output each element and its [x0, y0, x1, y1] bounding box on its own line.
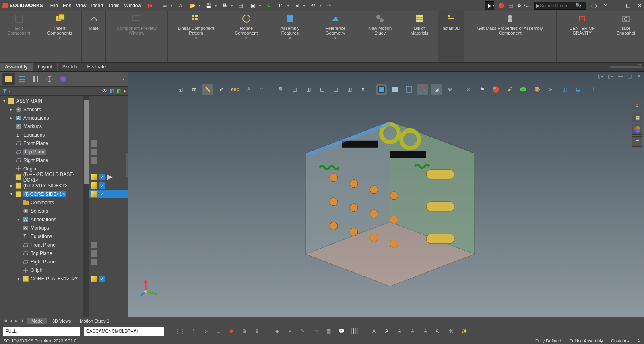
color-eye-icon[interactable]: [518, 84, 529, 95]
tree-row[interactable]: Front Plane: [2, 240, 89, 249]
tree-row[interactable]: ▸Sensors: [2, 105, 89, 114]
new-window-icon[interactable]: ◫: [559, 84, 570, 95]
ribbon-instant3d[interactable]: Instant3D: [438, 11, 464, 62]
bb-pen-icon[interactable]: ✎: [299, 327, 307, 335]
expand-icon[interactable]: ▸: [16, 217, 21, 222]
bb-az-icon[interactable]: A↓: [434, 327, 442, 335]
bb-a1-icon[interactable]: A: [370, 327, 378, 335]
bb-doc-b-icon[interactable]: 🗎: [253, 327, 261, 335]
config-combo[interactable]: FULL⌄: [3, 327, 80, 336]
print-icon[interactable]: 🖶: [221, 2, 229, 10]
tree-row[interactable]: Markups: [2, 122, 89, 131]
display-state-cell[interactable]: [89, 266, 128, 274]
hide-icon[interactable]: 👁: [102, 88, 107, 94]
ribbon-insert-components[interactable]: Insert Components▾: [38, 11, 82, 62]
save-all-icon[interactable]: 🖫: [293, 2, 301, 10]
tree-row[interactable]: Front Plane: [2, 139, 89, 147]
tree-row[interactable]: ▾(f) CORE SIDE<1>: [2, 190, 89, 198]
vp-next-icon[interactable]: ▯▸: [608, 73, 613, 79]
bb-sheet-icon[interactable]: ▭: [312, 327, 320, 335]
tree-row[interactable]: Origin: [2, 266, 89, 274]
check-cube-icon[interactable]: ✔: [216, 84, 227, 95]
menu-view[interactable]: View: [76, 3, 87, 8]
text-a-icon[interactable]: A: [243, 84, 254, 95]
ribbon-edit-component[interactable]: Edit Component: [0, 11, 38, 62]
ribbon-mass-props[interactable]: Get Mass Properties of Assembly Componen…: [464, 11, 557, 62]
menu-insert[interactable]: Insert: [91, 3, 103, 8]
ribbon-take-snapshot[interactable]: Take Snapshot: [608, 11, 644, 62]
display-state-cell[interactable]: ✓: [89, 173, 128, 181]
save-icon[interactable]: 💾: [204, 2, 213, 10]
expand-icon[interactable]: ▸: [9, 107, 14, 112]
bb-grip-icon[interactable]: ⋮⋮: [176, 327, 184, 335]
ribbon-collapse-icon[interactable]: ⌃: [638, 63, 642, 68]
status-rebuild-icon[interactable]: ↻: [637, 338, 641, 343]
status-units[interactable]: Custom ▾: [611, 338, 629, 343]
bb-stack-icon[interactable]: ≡: [286, 327, 294, 335]
tree-row[interactable]: Sensors: [2, 207, 89, 215]
tree-row[interactable]: ▸AAnnotations: [2, 114, 89, 122]
display-state-cell[interactable]: [89, 147, 128, 156]
display-state-cell[interactable]: [89, 207, 128, 215]
bb-record-icon[interactable]: ⏺: [227, 327, 235, 335]
bb-layers-icon[interactable]: ◆: [273, 327, 281, 335]
cursor-arrow-icon[interactable]: ➤: [545, 84, 556, 95]
fm-tab-dimxpert[interactable]: [43, 73, 56, 85]
tree-row[interactable]: ΣEquations: [2, 131, 89, 139]
bb-a2-icon[interactable]: A: [383, 327, 391, 335]
tab-nav-prev-icon[interactable]: ◂: [8, 318, 14, 323]
menu-tools[interactable]: Tools: [108, 3, 120, 8]
new-doc-icon[interactable]: ▭: [160, 2, 168, 10]
fm-tab-property[interactable]: [15, 73, 29, 85]
expand-icon[interactable]: ▾: [9, 192, 14, 196]
tab-nav-next-icon[interactable]: ▸: [14, 318, 19, 323]
bb-stop-icon[interactable]: □: [215, 327, 223, 335]
layers-icon[interactable]: ▤: [237, 2, 245, 10]
display-state-cell[interactable]: [89, 257, 128, 266]
display-state-cell[interactable]: [89, 156, 128, 164]
minimize-button[interactable]: —: [614, 3, 619, 8]
search-input[interactable]: [540, 3, 575, 8]
section-view-icon[interactable]: ◪: [431, 84, 442, 95]
tab-layout[interactable]: Layout: [33, 63, 58, 71]
bb-grid-icon[interactable]: ▦: [324, 327, 332, 335]
pin-icon[interactable]: 📌: [145, 2, 153, 10]
display-state-cell[interactable]: [89, 198, 128, 207]
fm-tab-config[interactable]: [29, 73, 43, 85]
display-state-cell[interactable]: ✓: [89, 274, 128, 283]
tree-row[interactable]: Comments: [2, 198, 89, 207]
ribbon-assembly-features[interactable]: Assembly Features▾: [268, 11, 312, 62]
ribbon-rotate-component[interactable]: Rotate Component▾: [225, 11, 268, 62]
tree-row[interactable]: Top Plane: [2, 249, 89, 257]
file-icon[interactable]: 🗋: [277, 2, 285, 10]
tree-root[interactable]: ▾ ASSY MAIN: [2, 97, 89, 105]
tree-row[interactable]: Right Plane: [2, 156, 89, 164]
expand-icon[interactable]: ▸: [9, 116, 14, 120]
tree-row[interactable]: Top Plane: [2, 147, 89, 156]
tree-row[interactable]: ▸CORE PLATE<1> ->?: [2, 274, 89, 283]
filter-dropdown-icon[interactable]: ▾: [9, 89, 10, 93]
tab-nav-last-icon[interactable]: ⏭: [19, 318, 25, 323]
maximize-button[interactable]: ▢: [626, 3, 630, 8]
bb-comment-icon[interactable]: 💬: [337, 327, 345, 335]
view-top-icon[interactable]: ◫: [344, 84, 355, 95]
graphics-viewport[interactable]: ▯◂ ▯▸ — ▢ ✕ ◱ ⚖ 📏 ✔ ABC A 〰 🔍 ◫ ◫ ◫ ◫ ◫ …: [128, 72, 644, 317]
bb-cylinder-icon[interactable]: 🛢: [189, 327, 197, 335]
ruler-icon[interactable]: 📏: [202, 84, 213, 95]
feature-tree[interactable]: ▾ ASSY MAIN ▸Sensors▸AAnnotationsMarkups…: [0, 96, 89, 317]
view-normal-icon[interactable]: ⬆: [357, 84, 369, 95]
menu-file[interactable]: File: [50, 3, 58, 8]
bb-a5-icon[interactable]: A: [421, 327, 429, 335]
zoom-fit-icon[interactable]: ◱: [175, 84, 186, 95]
vp-minimize-icon[interactable]: —: [618, 73, 623, 79]
display-state-cell[interactable]: [89, 114, 128, 122]
taskpane-home-icon[interactable]: ⌂: [632, 100, 642, 110]
tree-row[interactable]: ΣEquations: [2, 232, 89, 240]
display-state-cell[interactable]: [89, 139, 128, 147]
expand-icon[interactable]: ▸: [9, 183, 14, 188]
taskpane-library-icon[interactable]: ▦: [632, 112, 642, 122]
cube-blue-icon[interactable]: ◧: [109, 88, 114, 94]
display-state-combo[interactable]: CADCAMCNCMOLDTHAI⌄: [84, 327, 164, 336]
paint-icon[interactable]: 🖌: [504, 84, 515, 95]
tab-nav-first-icon[interactable]: ⏮: [2, 318, 8, 323]
